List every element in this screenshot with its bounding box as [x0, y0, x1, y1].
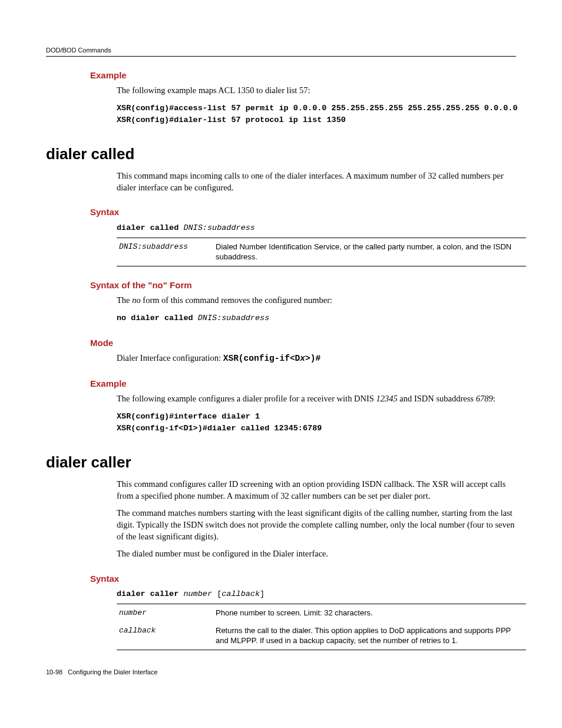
example-intro-2: The following example configures a diale… [117, 393, 516, 405]
example-code-2: XSR(config)#interface dialer 1 XSR(confi… [117, 411, 516, 435]
param-desc: Returns the call to the dialer. This opt… [213, 622, 526, 650]
dialer-called-desc: This command maps incoming calls to one … [117, 170, 516, 193]
syntax-heading-2: Syntax [90, 573, 516, 585]
param-name: number [117, 604, 213, 622]
dialer-caller-desc2: The command matches numbers starting wit… [117, 508, 516, 542]
command-title-dialer-called: dialer called [46, 144, 516, 164]
command-title-dialer-caller: dialer caller [46, 452, 516, 473]
dialer-caller-desc3: The dialed number must be configured in … [117, 548, 516, 560]
no-form-code: no dialer called DNIS:subaddress [117, 312, 516, 324]
no-form-heading: Syntax of the "no" Form [90, 279, 516, 291]
syntax-line-2: dialer caller number [callback] [117, 588, 516, 600]
page-footer: 10-98 Configuring the Dialer Interface [46, 668, 516, 677]
params-table-1: DNIS:subaddress Dialed Number Identifica… [117, 238, 526, 266]
dialer-caller-desc1: This command configures caller ID screen… [117, 479, 516, 502]
example-heading-1: Example [90, 70, 516, 81]
table-row: number Phone number to screen. Limit: 32… [117, 604, 526, 622]
param-name: DNIS:subaddress [117, 238, 213, 266]
params-table-2: number Phone number to screen. Limit: 32… [117, 604, 526, 650]
footer-title: Configuring the Dialer Interface [68, 668, 157, 676]
mode-text: Dialer Interface configuration: XSR(conf… [117, 353, 516, 365]
running-header: DOD/BOD Commands [46, 46, 516, 57]
param-desc: Dialed Number Identification Service, or… [213, 238, 526, 266]
example-intro-1: The following example maps ACL 1350 to d… [117, 85, 516, 97]
table-row: DNIS:subaddress Dialed Number Identifica… [117, 238, 526, 266]
syntax-heading-1: Syntax [90, 206, 516, 218]
syntax-line-1: dialer called DNIS:subaddress [117, 222, 516, 234]
mode-heading: Mode [90, 337, 516, 349]
page-number: 10-98 [46, 668, 62, 676]
param-desc: Phone number to screen. Limit: 32 charac… [213, 604, 526, 622]
example-code-1: XSR(config)#access-list 57 permit ip 0.0… [117, 103, 516, 127]
example-heading-2: Example [90, 378, 516, 390]
param-name: callback [117, 622, 213, 650]
no-form-intro: The no form of this command removes the … [117, 295, 516, 307]
table-row: callback Returns the call to the dialer.… [117, 622, 526, 650]
